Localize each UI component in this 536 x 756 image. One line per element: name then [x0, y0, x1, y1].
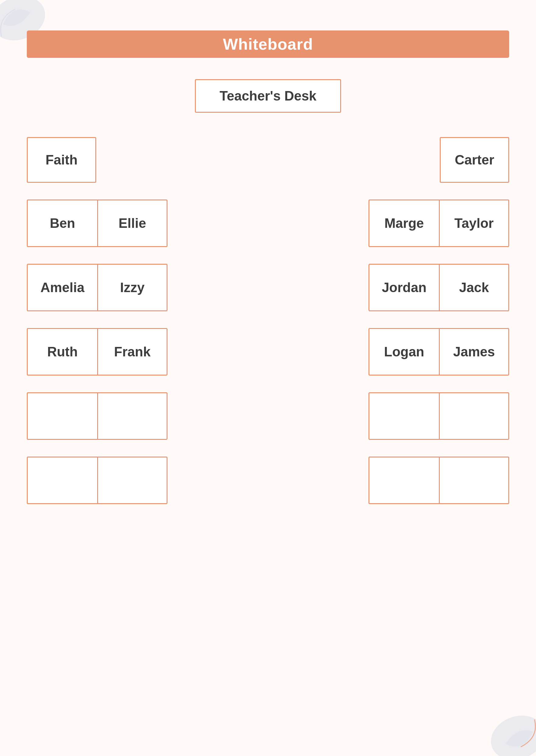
desk-frank-name: Frank: [114, 344, 151, 360]
desk-marge-name: Marge: [384, 216, 424, 231]
desk-logan: Logan: [369, 329, 439, 375]
desk-empty-6-right-1: [369, 458, 439, 503]
desk-cluster-empty-5-left: [27, 392, 168, 440]
desk-empty-5-right-1-name: [402, 408, 406, 424]
desk-empty-5-right-2: [439, 393, 508, 439]
desk-ruth: Ruth: [28, 329, 97, 375]
desk-cluster-empty-6-left: [27, 457, 168, 504]
desk-izzy: Izzy: [97, 265, 167, 310]
desk-empty-6-right-1-name: [402, 473, 406, 488]
row-1: Faith Carter: [27, 137, 509, 183]
desk-jordan: Jordan: [369, 265, 439, 310]
desk-empty-5-left-2-name: [130, 408, 134, 424]
desk-empty-5-right-2-name: [472, 408, 476, 424]
desk-empty-5-left-1-name: [61, 408, 64, 424]
desk-empty-5-left-2: [97, 393, 167, 439]
desk-james-name: James: [453, 344, 495, 360]
whiteboard-title: Whiteboard: [223, 35, 313, 53]
desk-cluster-logan-james: Logan James: [368, 328, 509, 376]
desk-empty-6-right-2-name: [472, 473, 476, 488]
desk-jordan-name: Jordan: [382, 280, 427, 295]
desk-ellie: Ellie: [97, 200, 167, 246]
desk-taylor-name: Taylor: [454, 216, 494, 231]
desk-ruth-name: Ruth: [47, 344, 78, 360]
desk-cluster-empty-6-right: [368, 457, 509, 504]
desk-cluster-ruth-frank: Ruth Frank: [27, 328, 168, 376]
desk-empty-6-left-1-name: [61, 473, 64, 488]
desk-cluster-empty-5-right: [368, 392, 509, 440]
desk-amelia-name: Amelia: [41, 280, 84, 295]
desk-empty-6-left-2-name: [130, 473, 134, 488]
desk-empty-5-left-1: [28, 393, 97, 439]
desk-taylor: Taylor: [439, 200, 508, 246]
desk-cluster-ben-ellie: Ben Ellie: [27, 199, 168, 247]
desk-jack: Jack: [439, 265, 508, 310]
desk-empty-6-right-2: [439, 458, 508, 503]
desk-frank: Frank: [97, 329, 167, 375]
teachers-desk-label: Teacher's Desk: [219, 88, 317, 104]
desk-cluster-marge-taylor: Marge Taylor: [368, 199, 509, 247]
desk-faith: Faith: [27, 137, 96, 183]
desk-ben-name: Ben: [50, 216, 75, 231]
decorative-blob-bottom-right: [469, 689, 536, 756]
desk-faith-name: Faith: [45, 152, 77, 167]
desk-carter-name: Carter: [455, 152, 494, 167]
desk-logan-name: Logan: [384, 344, 424, 360]
desk-cluster-amelia-izzy: Amelia Izzy: [27, 264, 168, 311]
desk-jack-name: Jack: [459, 280, 489, 295]
desk-amelia: Amelia: [28, 265, 97, 310]
row-4: Ruth Frank Logan James: [27, 328, 509, 376]
teachers-desk: Teacher's Desk: [195, 79, 341, 113]
desk-james: James: [439, 329, 508, 375]
desk-izzy-name: Izzy: [120, 280, 145, 295]
row-2: Ben Ellie Marge Taylor: [27, 199, 509, 247]
row-5: [27, 392, 509, 440]
desk-carter: Carter: [440, 137, 509, 183]
seating-area: Faith Carter Ben Ellie Marge Taylor: [27, 137, 509, 521]
desk-cluster-jordan-jack: Jordan Jack: [368, 264, 509, 311]
whiteboard-header: Whiteboard: [27, 30, 509, 58]
desk-empty-5-right-1: [369, 393, 439, 439]
desk-marge: Marge: [369, 200, 439, 246]
desk-ben: Ben: [28, 200, 97, 246]
desk-ellie-name: Ellie: [118, 216, 146, 231]
desk-empty-6-left-2: [97, 458, 167, 503]
desk-empty-6-left-1: [28, 458, 97, 503]
row-6: [27, 457, 509, 504]
row-3: Amelia Izzy Jordan Jack: [27, 264, 509, 311]
